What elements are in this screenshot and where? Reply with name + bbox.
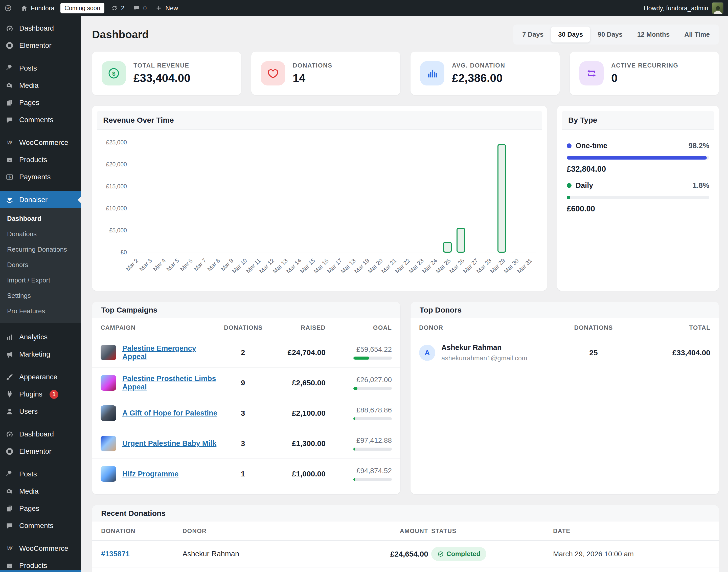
sidebar-item-analytics[interactable]: Analytics bbox=[0, 329, 81, 346]
site-name-link[interactable]: Fundora bbox=[16, 0, 58, 16]
sidebar-subitem-settings[interactable]: Settings bbox=[0, 288, 81, 303]
sidebar-item-users[interactable]: Users bbox=[0, 403, 81, 420]
filter-option-7-days[interactable]: 7 Days bbox=[515, 26, 551, 43]
donation-id-link[interactable]: #135871 bbox=[101, 550, 179, 558]
sidebar-subitem-import-export[interactable]: Import / Export bbox=[0, 273, 81, 288]
sidebar-item-appearance[interactable]: Appearance bbox=[0, 368, 81, 386]
by-type-amount: £32,804.00 bbox=[567, 165, 709, 174]
sidebar-item-dashboard[interactable]: Dashboard bbox=[0, 20, 81, 37]
sidebar-item-dashboard[interactable]: Dashboard bbox=[0, 426, 81, 443]
page-layout: DashboardElementorPostsMediaPagesComment… bbox=[0, 0, 728, 572]
stat-card-avg-donation: AVG. DONATION£2,386.00 bbox=[410, 52, 560, 95]
campaign-link[interactable]: Palestine Prosthetic Limbs Appeal bbox=[123, 374, 221, 391]
campaign-link[interactable]: Hifz Programme bbox=[123, 470, 178, 478]
donation-donor: Ashekur Rahman bbox=[182, 550, 319, 558]
sidebar-item-label: Comments bbox=[19, 522, 53, 530]
new-content-button[interactable]: New bbox=[151, 0, 182, 16]
sidebar-item-label: Media bbox=[19, 81, 38, 89]
sidebar-item-marketing[interactable]: Marketing bbox=[0, 346, 81, 363]
filter-option-90-days[interactable]: 90 Days bbox=[590, 26, 629, 43]
top-donors-title: Top Donors bbox=[410, 302, 719, 318]
sidebar-subitem-dashboard[interactable]: Dashboard bbox=[0, 211, 81, 226]
updates-button[interactable]: 2 bbox=[106, 0, 129, 16]
campaign-thumbnail bbox=[101, 466, 116, 482]
campaign-link[interactable]: A Gift of Hope for Palestine bbox=[123, 409, 217, 417]
sidebar-item-label: Products bbox=[19, 156, 47, 164]
campaign-row: Urgent Palestine Baby Milk3£1,300.00£97,… bbox=[92, 428, 400, 459]
campaign-progress-fill bbox=[353, 478, 355, 481]
sidebar-item-comments[interactable]: Comments bbox=[0, 517, 81, 534]
campaign-row: Hifz Programme1£1,000.00£94,874.52 bbox=[92, 459, 400, 489]
sidebar-item-payments[interactable]: $Payments bbox=[0, 168, 81, 186]
filter-option-30-days[interactable]: 30 Days bbox=[551, 26, 590, 43]
top-campaigns-header: CAMPAIGNDONATIONSRAISEDGOAL bbox=[92, 318, 400, 337]
sidebar-item-posts[interactable]: Posts bbox=[0, 60, 81, 77]
sidebar-item-label: Pages bbox=[19, 98, 39, 107]
sidebar-item-label: Plugins bbox=[19, 390, 43, 398]
campaign-link[interactable]: Palestine Emergency Appeal bbox=[123, 344, 221, 361]
column-header-donations: DONATIONS bbox=[556, 324, 632, 331]
sidebar-item-products[interactable]: Products bbox=[0, 151, 81, 168]
campaign-thumbnail bbox=[101, 405, 116, 421]
sidebar-item-posts[interactable]: Posts bbox=[0, 466, 81, 483]
sidebar-item-comments[interactable]: Comments bbox=[0, 111, 81, 129]
users-icon bbox=[5, 406, 15, 417]
admin-bar-right: Howdy, fundora_admin bbox=[644, 2, 728, 14]
filter-option-12-months[interactable]: 12 Months bbox=[630, 26, 677, 43]
stat-label: AVG. DONATION bbox=[452, 62, 505, 69]
sidebar-item-label: Marketing bbox=[19, 350, 50, 358]
revenue-bar[interactable] bbox=[457, 228, 465, 253]
by-type-label: Daily bbox=[576, 181, 593, 190]
sidebar-item-plugins[interactable]: Plugins1 bbox=[0, 386, 81, 403]
chart-gridline bbox=[133, 253, 537, 253]
sidebar-group: AnalyticsMarketing bbox=[0, 329, 81, 363]
sidebar-item-media[interactable]: Media bbox=[0, 77, 81, 94]
wordpress-menu-button[interactable]: W bbox=[0, 0, 16, 16]
howdy-text[interactable]: Howdy, fundora_admin bbox=[644, 5, 708, 12]
media-icon bbox=[5, 80, 15, 90]
sidebar-subitem-recurring-donations[interactable]: Recurring Donations bbox=[0, 242, 81, 257]
sidebar-item-elementor[interactable]: Elementor bbox=[0, 37, 81, 54]
plus-icon bbox=[155, 4, 163, 12]
campaign-progress-fill bbox=[353, 417, 355, 420]
revenue-bar[interactable] bbox=[497, 144, 506, 253]
sidebar-group: DonaiserDashboardDonationsRecurring Dona… bbox=[0, 191, 81, 323]
sidebar-item-donaiser[interactable]: Donaiser bbox=[0, 191, 81, 208]
tables-row: Top Campaigns CAMPAIGNDONATIONSRAISEDGOA… bbox=[92, 302, 719, 494]
comments-icon bbox=[5, 115, 15, 125]
column-header-donor: DONOR bbox=[182, 527, 319, 534]
filter-option-all-time[interactable]: All Time bbox=[677, 26, 717, 43]
marketing-icon bbox=[5, 349, 15, 359]
stat-text: TOTAL REVENUE£33,404.00 bbox=[134, 62, 190, 85]
updates-count: 2 bbox=[121, 5, 125, 12]
revenue-bar[interactable] bbox=[443, 242, 452, 253]
sidebar-item-woocommerce[interactable]: WWooCommerce bbox=[0, 540, 81, 557]
campaign-raised: £2,650.00 bbox=[265, 378, 326, 387]
woocommerce-icon: W bbox=[5, 544, 15, 554]
y-axis-label: £20,000 bbox=[103, 161, 127, 168]
stats-row: $TOTAL REVENUE£33,404.00DONATIONS14AVG. … bbox=[92, 52, 719, 95]
svg-text:W: W bbox=[7, 140, 13, 146]
sidebar-item-woocommerce[interactable]: WWooCommerce bbox=[0, 134, 81, 151]
top-campaigns-rows: Palestine Emergency Appeal2£24,704.00£59… bbox=[92, 337, 400, 489]
comments-button[interactable]: 0 bbox=[129, 0, 151, 16]
sidebar-item-elementor[interactable]: Elementor bbox=[0, 443, 81, 460]
sidebar-item-label: Pages bbox=[19, 504, 39, 513]
user-avatar[interactable] bbox=[712, 2, 723, 14]
plugins-icon bbox=[5, 389, 15, 399]
sidebar-item-media[interactable]: Media bbox=[0, 483, 81, 500]
sidebar-item-label: Dashboard bbox=[19, 24, 54, 32]
campaign-link[interactable]: Urgent Palestine Baby Milk bbox=[123, 439, 216, 447]
heart-icon bbox=[261, 61, 285, 85]
sidebar-subitem-donations[interactable]: Donations bbox=[0, 226, 81, 242]
stat-card-total-revenue: $TOTAL REVENUE£33,404.00 bbox=[92, 52, 241, 95]
sidebar-subitem-pro-features[interactable]: Pro Features bbox=[0, 303, 81, 319]
campaign-progress-track bbox=[353, 478, 392, 481]
column-header-donor: DONOR bbox=[419, 324, 553, 331]
column-header-raised: RAISED bbox=[265, 324, 326, 331]
sidebar-item-pages[interactable]: Pages bbox=[0, 500, 81, 517]
donor-text: Ashekur Rahmanashekurrahman1@gmail.com bbox=[441, 343, 527, 362]
sidebar-item-pages[interactable]: Pages bbox=[0, 94, 81, 111]
coming-soon-badge: Coming soon bbox=[60, 3, 104, 13]
sidebar-subitem-donors[interactable]: Donors bbox=[0, 257, 81, 273]
